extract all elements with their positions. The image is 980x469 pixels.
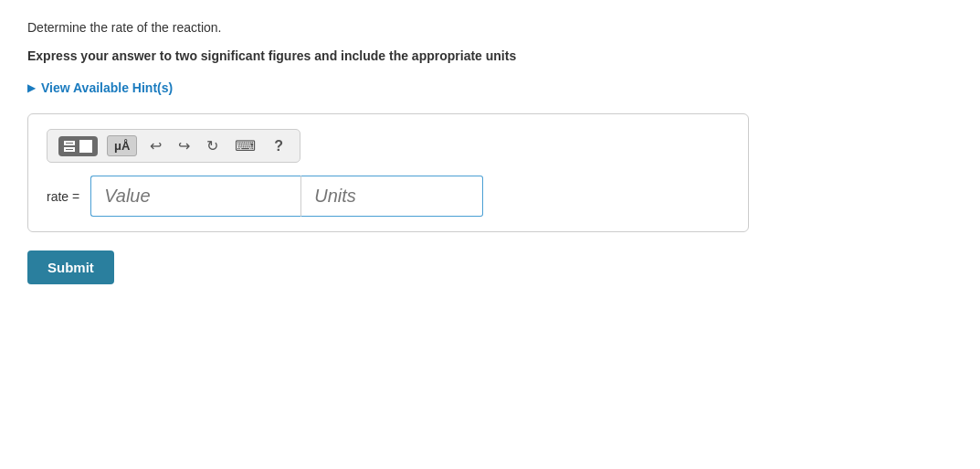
keyboard-button[interactable]: ⌨ bbox=[231, 135, 259, 156]
redo-icon: ↪ bbox=[178, 137, 190, 155]
redo-button[interactable]: ↪ bbox=[174, 135, 194, 156]
refresh-button[interactable]: ↻ bbox=[203, 135, 222, 156]
submit-button[interactable]: Submit bbox=[27, 250, 114, 284]
mu-angstrom-button[interactable]: μÅ bbox=[107, 135, 137, 156]
undo-icon: ↩ bbox=[150, 137, 162, 155]
help-button[interactable]: ? bbox=[269, 136, 289, 156]
toolbar-btn-group bbox=[58, 136, 98, 156]
keyboard-icon: ⌨ bbox=[235, 138, 256, 154]
toolbar: μÅ ↩ ↪ ↻ ⌨ ? bbox=[47, 129, 300, 163]
instruction-line1: Determine the rate of the reaction. bbox=[27, 18, 953, 37]
undo-button[interactable]: ↩ bbox=[146, 135, 165, 156]
hint-arrow-icon: ▶ bbox=[27, 81, 36, 94]
hint-row: ▶ View Available Hint(s) bbox=[27, 80, 953, 95]
value-input[interactable] bbox=[90, 176, 300, 217]
refresh-icon: ↻ bbox=[206, 137, 218, 155]
units-input[interactable] bbox=[300, 176, 483, 217]
answer-box: μÅ ↩ ↪ ↻ ⌨ ? rate = bbox=[27, 113, 749, 232]
rate-label: rate = bbox=[47, 189, 79, 204]
squares-icon bbox=[64, 140, 92, 153]
input-row: rate = bbox=[47, 176, 730, 217]
instruction-line2: Express your answer to two significant f… bbox=[27, 47, 953, 66]
hint-link[interactable]: View Available Hint(s) bbox=[41, 80, 173, 95]
